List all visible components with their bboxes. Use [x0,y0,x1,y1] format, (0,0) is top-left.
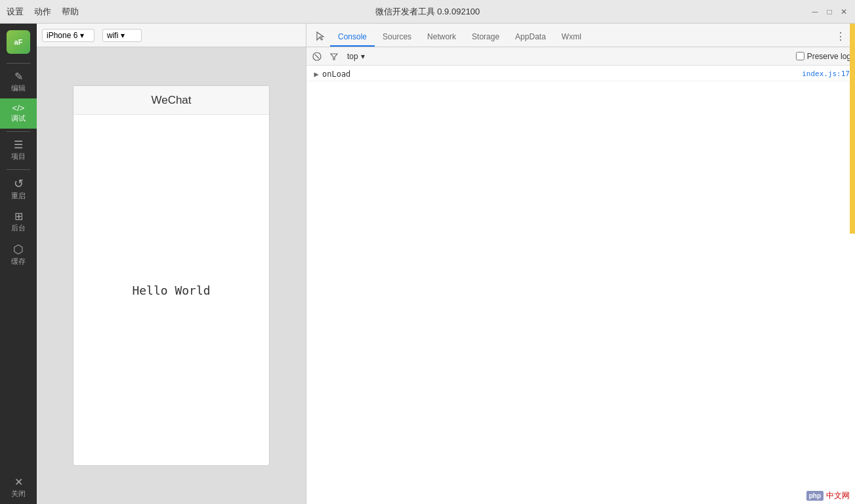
network-chevron-icon: ▾ [121,31,125,40]
close-sidebar-icon: ✕ [14,477,23,488]
sidebar-item-cache-label: 缓存 [11,257,26,266]
sidebar-divider-3 [7,169,30,170]
sidebar-item-edit[interactable]: ✎ 编辑 [0,66,37,98]
sidebar-item-cache[interactable]: ⬡ 缓存 [0,238,37,272]
restart-icon: ↺ [14,178,24,190]
devtools-more-button[interactable]: ⋮ [831,27,850,45]
menu-actions[interactable]: 动作 [34,6,51,18]
sidebar-item-debug[interactable]: </> 调试 [0,98,37,129]
network-label: wifi [107,31,118,40]
watermark-bar: php 中文网 [801,488,855,504]
network-selector[interactable]: wifi ▾ [102,29,142,42]
phone-content: Hello World [73,115,269,465]
tab-console[interactable]: Console [330,28,375,47]
preview-area: iPhone 6 ▾ wifi ▾ WeChat Hello World [37,24,306,504]
main-area: aF ✎ 编辑 </> 调试 ☰ 项目 ↺ 重启 ⊞ 后台 ⬡ 缓存 [0,24,855,504]
sidebar: aF ✎ 编辑 </> 调试 ☰ 项目 ↺ 重启 ⊞ 后台 ⬡ 缓存 [0,24,37,504]
device-chevron-icon: ▾ [80,31,84,40]
watermark-site: 中文网 [826,490,850,501]
tab-storage[interactable]: Storage [464,28,507,47]
device-bar: iPhone 6 ▾ wifi ▾ [37,24,306,47]
svg-line-1 [315,54,319,58]
php-badge: php [806,491,824,501]
devtools-cursor-icon[interactable] [316,31,326,41]
sidebar-item-backend[interactable]: ⊞ 后台 [0,206,37,238]
tab-appdata[interactable]: AppData [507,28,554,47]
console-entry-onload: ▶ onLoad index.js:17 [306,68,855,81]
devtools-tabs: Console Sources Network Storage AppData … [306,24,855,47]
sidebar-divider-2 [7,131,30,132]
restore-button[interactable]: □ [825,7,834,16]
context-value: top [347,52,358,61]
cache-icon: ⬡ [13,243,24,255]
project-icon: ☰ [14,140,23,150]
menu-settings[interactable]: 设置 [7,6,24,18]
phone-hello-world: Hello World [132,284,210,297]
backend-icon: ⊞ [14,211,23,222]
sidebar-item-restart[interactable]: ↺ 重启 [0,173,37,206]
sidebar-item-close[interactable]: ✕ 关闭 [0,472,37,504]
preserve-log-checkbox[interactable] [796,52,804,60]
sidebar-item-project[interactable]: ☰ 项目 [0,135,37,167]
phone-nav-bar: WeChat [73,86,269,115]
device-selector[interactable]: iPhone 6 ▾ [42,29,94,42]
console-message: onLoad [322,70,797,79]
device-label: iPhone 6 [47,31,77,40]
context-dropdown-icon: ▾ [361,52,365,61]
minimize-button[interactable]: ─ [810,7,820,16]
sidebar-item-edit-label: 编辑 [11,83,26,93]
console-content: ▶ onLoad index.js:17 [306,66,855,504]
preserve-log-container: Preserve log [796,52,851,61]
filter-icon[interactable] [327,50,341,63]
sidebar-item-restart-label: 重启 [11,191,26,201]
sidebar-item-backend-label: 后台 [11,223,26,233]
right-accent-bar [850,24,855,234]
clear-console-button[interactable] [310,50,323,63]
phone-screen: WeChat Hello World [73,85,270,466]
sidebar-item-project-label: 项目 [11,152,26,161]
context-selector[interactable]: top ▾ [344,51,367,62]
window-title: 微信开发者工具 0.9.092100 [375,6,480,18]
tab-wxml[interactable]: Wxml [554,28,589,47]
phone-nav-title: WeChat [151,94,191,107]
sidebar-divider [7,63,30,64]
edit-icon: ✎ [14,72,23,82]
expand-arrow-icon[interactable]: ▶ [312,70,321,79]
avatar[interactable]: aF [7,30,30,54]
phone-frame: WeChat Hello World [37,47,306,504]
tab-network[interactable]: Network [419,28,464,47]
preserve-log-label: Preserve log [807,52,851,61]
menu-bar[interactable]: 设置 动作 帮助 [7,6,79,18]
tab-sources[interactable]: Sources [375,28,419,47]
console-toolbar: top ▾ Preserve log [306,47,855,66]
sidebar-item-close-label: 关闭 [11,489,26,499]
window-controls[interactable]: ─ □ ✕ [810,7,848,16]
devtools-panel: Console Sources Network Storage AppData … [306,24,855,504]
close-button[interactable]: ✕ [839,7,848,16]
debug-icon: </> [12,104,25,112]
avatar-text: aF [14,38,23,46]
title-bar: 设置 动作 帮助 微信开发者工具 0.9.092100 ─ □ ✕ [0,0,855,24]
source-link[interactable]: index.js:17 [802,70,850,78]
sidebar-item-debug-label: 调试 [11,114,26,123]
menu-help[interactable]: 帮助 [62,6,79,18]
svg-marker-2 [331,54,337,60]
